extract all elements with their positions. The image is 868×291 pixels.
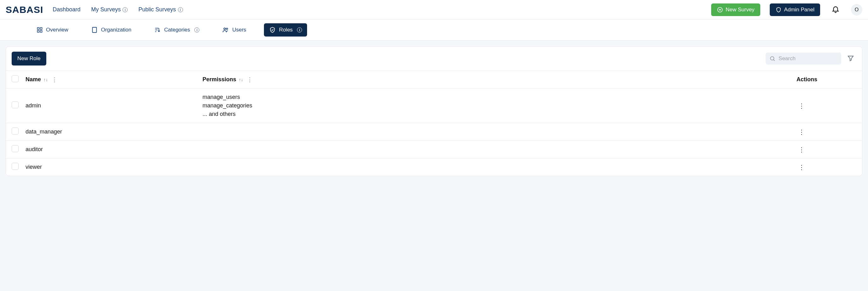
svg-rect-5 xyxy=(37,31,39,32)
top-navbar: SABASI Dashboard My Surveys i Public Sur… xyxy=(0,0,868,20)
building-icon xyxy=(91,27,98,33)
admin-subtabs: Overview Organization Categories i Users xyxy=(0,20,868,41)
tab-overview-label: Overview xyxy=(46,27,68,33)
tab-categories[interactable]: Categories i xyxy=(149,23,205,36)
tab-users-label: Users xyxy=(232,27,246,33)
new-survey-button[interactable]: New Survey xyxy=(711,3,760,16)
header-permissions: Permissions xyxy=(203,76,236,83)
plus-circle-icon xyxy=(717,7,723,13)
role-name-cell: admin xyxy=(22,89,199,123)
grid-icon xyxy=(36,27,43,33)
permissions-cell xyxy=(199,141,793,158)
tab-users[interactable]: Users xyxy=(217,23,251,36)
users-icon xyxy=(222,27,229,33)
admin-panel-button[interactable]: Admin Panel xyxy=(770,3,820,16)
row-checkbox[interactable] xyxy=(12,163,19,170)
row-checkbox[interactable] xyxy=(12,145,19,152)
svg-point-19 xyxy=(770,57,774,60)
filter-button[interactable] xyxy=(845,53,856,65)
shield-check-icon xyxy=(269,27,276,33)
admin-panel-label: Admin Panel xyxy=(784,7,814,13)
new-survey-label: New Survey xyxy=(726,7,755,13)
info-icon[interactable]: i xyxy=(194,27,199,32)
header-actions: Actions xyxy=(797,76,817,83)
filter-icon xyxy=(847,55,855,62)
tab-organization[interactable]: Organization xyxy=(86,23,136,36)
select-all-checkbox[interactable] xyxy=(12,75,19,82)
permissions-cell xyxy=(199,123,793,141)
permission-item: manage_users xyxy=(203,93,789,101)
tab-categories-label: Categories xyxy=(164,27,190,33)
row-actions-menu[interactable]: ⋮ xyxy=(797,164,805,171)
tab-overview[interactable]: Overview xyxy=(31,24,73,36)
info-icon[interactable]: i xyxy=(178,7,183,12)
tab-roles[interactable]: Roles i xyxy=(264,23,307,36)
svg-rect-7 xyxy=(92,27,96,33)
column-menu-icon[interactable]: ⋮ xyxy=(51,76,59,83)
nav-dashboard-label: Dashboard xyxy=(53,6,80,13)
avatar-initial: O xyxy=(855,7,859,12)
shield-icon xyxy=(775,7,782,13)
roles-panel: New Role xyxy=(6,46,862,176)
search-box[interactable] xyxy=(766,53,841,65)
permission-item: ... and others xyxy=(203,110,789,119)
nav-public-surveys-label: Public Surveys xyxy=(138,6,176,13)
table-row: adminmanage_usersmanage_categories... an… xyxy=(6,89,862,123)
svg-rect-6 xyxy=(40,31,42,32)
new-role-label: New Role xyxy=(17,56,41,61)
main-nav-links: Dashboard My Surveys i Public Surveys i xyxy=(53,6,183,13)
role-name-cell: data_manager xyxy=(22,123,199,141)
sort-icon[interactable]: ↑↓ xyxy=(239,77,243,82)
nav-public-surveys[interactable]: Public Surveys i xyxy=(138,6,183,13)
new-role-button[interactable]: New Role xyxy=(12,52,46,65)
brand-logo[interactable]: SABASI xyxy=(6,4,43,15)
tab-organization-label: Organization xyxy=(101,27,131,33)
info-icon[interactable]: i xyxy=(297,27,302,32)
table-row: data_manager⋮ xyxy=(6,123,862,141)
bell-icon xyxy=(832,5,840,13)
role-name-cell: auditor xyxy=(22,141,199,158)
row-checkbox[interactable] xyxy=(12,128,19,134)
role-name-cell: viewer xyxy=(22,158,199,176)
row-actions-menu[interactable]: ⋮ xyxy=(797,129,805,135)
notifications-button[interactable] xyxy=(830,3,841,16)
user-avatar[interactable]: O xyxy=(851,4,862,15)
search-icon xyxy=(769,55,775,62)
svg-point-17 xyxy=(224,28,226,30)
table-row: auditor⋮ xyxy=(6,141,862,158)
row-actions-menu[interactable]: ⋮ xyxy=(797,146,805,153)
table-row: viewer⋮ xyxy=(6,158,862,176)
svg-rect-3 xyxy=(37,28,39,30)
nav-dashboard[interactable]: Dashboard xyxy=(53,6,80,13)
nav-my-surveys-label: My Surveys xyxy=(91,6,121,13)
permission-item: manage_categories xyxy=(203,101,789,110)
row-checkbox[interactable] xyxy=(12,101,19,108)
svg-rect-4 xyxy=(40,28,42,30)
svg-line-20 xyxy=(774,60,775,61)
header-name: Name xyxy=(26,76,41,83)
sort-desc-icon xyxy=(154,27,161,33)
search-input[interactable] xyxy=(779,56,837,62)
column-menu-icon[interactable]: ⋮ xyxy=(246,76,254,83)
panel-toolbar: New Role xyxy=(6,46,862,70)
permissions-cell: manage_usersmanage_categories... and oth… xyxy=(199,89,793,123)
permissions-cell xyxy=(199,158,793,176)
tab-roles-label: Roles xyxy=(279,27,292,33)
svg-point-18 xyxy=(226,28,228,30)
sort-icon[interactable]: ↑↓ xyxy=(43,77,48,82)
info-icon[interactable]: i xyxy=(123,7,128,12)
roles-table: Name ↑↓ ⋮ Permissions ↑↓ ⋮ Actions xyxy=(6,70,862,176)
row-actions-menu[interactable]: ⋮ xyxy=(797,102,805,109)
nav-my-surveys[interactable]: My Surveys i xyxy=(91,6,128,13)
